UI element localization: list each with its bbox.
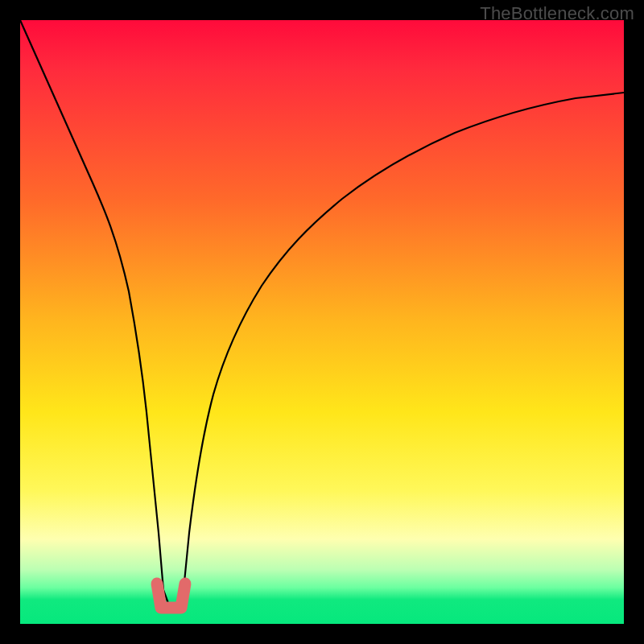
plot-area (20, 20, 624, 624)
bottleneck-curve (20, 20, 624, 605)
chart-svg (20, 20, 624, 624)
highlight-u (157, 584, 185, 608)
chart-frame: TheBottleneck.com (0, 0, 644, 644)
